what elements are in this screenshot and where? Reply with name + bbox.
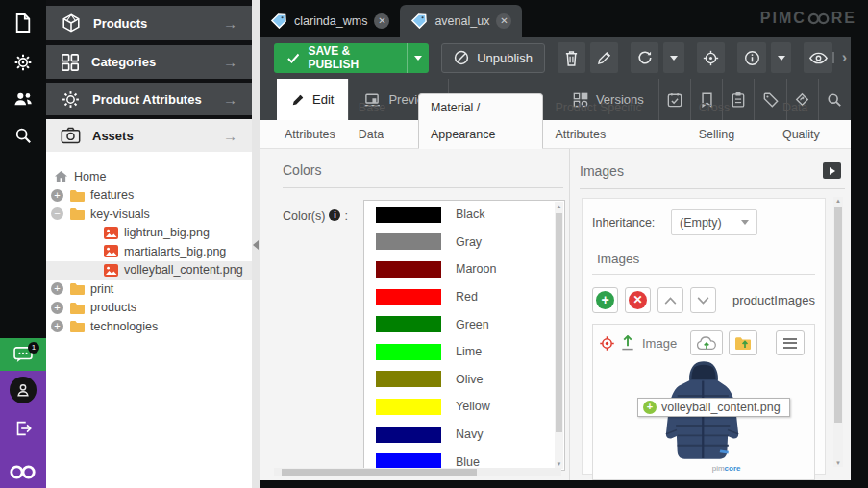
toolbar-overflow[interactable]: › xyxy=(832,49,847,66)
cube-icon xyxy=(61,12,82,34)
image-drop-area[interactable]: + volleyball_content.png pimcore xyxy=(599,355,808,475)
tab-edit[interactable]: Edit xyxy=(277,79,349,120)
info-button[interactable] xyxy=(737,42,765,73)
expand-section-button[interactable] xyxy=(823,162,841,179)
delete-button[interactable] xyxy=(558,42,585,73)
remove-image-button[interactable]: ✕ xyxy=(625,287,651,313)
color-option-navy[interactable]: Navy xyxy=(364,421,564,449)
expand-plus-icon[interactable]: + xyxy=(51,320,63,332)
folder-icon xyxy=(69,189,85,202)
notifications-chat-button[interactable]: 1 xyxy=(0,338,46,371)
locate-in-tree-button[interactable] xyxy=(697,42,725,73)
upload-from-cloud-button[interactable] xyxy=(690,330,723,355)
nav-label: Categories xyxy=(91,55,156,69)
select-from-assets-button[interactable] xyxy=(729,330,757,355)
tree-item-print[interactable]: + print xyxy=(46,280,252,299)
color-option-lime[interactable]: Lime xyxy=(364,338,564,366)
tree-item-key-visuals[interactable]: − key-visuals xyxy=(46,205,252,224)
add-image-button[interactable]: + xyxy=(592,287,618,313)
tree-item-volleyball-selected[interactable]: volleyball_content.png xyxy=(46,261,252,281)
tree-item-label: products xyxy=(90,301,136,314)
folder-upload-icon xyxy=(734,336,752,351)
expand-plus-icon[interactable]: + xyxy=(51,189,63,202)
tab-base-data[interactable]: Base Data xyxy=(347,94,418,148)
collapse-minus-icon[interactable]: − xyxy=(51,207,63,220)
tab-product-specific-attributes[interactable]: Product Specific Attributes xyxy=(543,94,686,148)
section-tab-bar: Attributes Base Data Material / Appearan… xyxy=(260,120,851,149)
close-icon[interactable]: ✕ xyxy=(496,13,511,29)
tree-item-lightrun[interactable]: lightrun_big.png xyxy=(46,224,252,243)
move-up-button[interactable] xyxy=(657,287,683,313)
tree-item-features[interactable]: + features xyxy=(46,186,252,206)
users-icon[interactable] xyxy=(0,83,46,115)
close-icon[interactable]: ✕ xyxy=(374,13,389,29)
color-option-yellow[interactable]: Yellow xyxy=(364,393,564,421)
cloud-upload-icon xyxy=(696,336,717,351)
tree-item-technologies[interactable]: + technologies xyxy=(46,317,252,336)
nav-item-products[interactable]: Products → xyxy=(46,6,252,40)
panel-splitter[interactable] xyxy=(252,0,260,488)
gear-outline-icon xyxy=(61,89,81,110)
tree-item-martialarts[interactable]: martialarts_big.png xyxy=(46,242,252,261)
color-option-gray[interactable]: Gray xyxy=(364,229,564,256)
x-icon: ✕ xyxy=(629,291,647,309)
scroll-down-icon[interactable]: ▼ xyxy=(833,460,843,466)
divider xyxy=(592,274,815,275)
save-options-caret[interactable] xyxy=(407,43,429,73)
reload-button[interactable] xyxy=(631,42,658,73)
scroll-up-icon[interactable]: ▲ xyxy=(555,204,563,209)
pimcore-infinity-icon[interactable] xyxy=(9,464,37,480)
tab-clarinda-wms[interactable]: clarinda_wms ✕ xyxy=(260,5,400,37)
move-down-button[interactable] xyxy=(690,287,716,313)
rename-button[interactable] xyxy=(590,42,618,73)
color-swatch xyxy=(376,371,441,387)
hotspot-crosshair-icon[interactable] xyxy=(599,335,615,352)
search-icon[interactable] xyxy=(0,119,46,152)
info-options-caret[interactable] xyxy=(771,42,792,73)
expand-plus-icon[interactable]: + xyxy=(51,302,63,314)
color-option-red[interactable]: Red xyxy=(364,283,564,311)
documents-icon[interactable] xyxy=(0,6,46,40)
tab-cross-selling[interactable]: Cross Selling xyxy=(687,94,771,148)
unpublish-button[interactable]: Unpublish xyxy=(441,43,545,73)
arrow-right-icon: → xyxy=(223,15,237,32)
color-multiselect-list[interactable]: Black Gray Maroon Red Green Lime Olive Y… xyxy=(363,200,565,471)
collapse-panel-icon[interactable] xyxy=(253,240,259,250)
settings-gear-icon[interactable] xyxy=(0,45,46,79)
upload-arrow-icon[interactable] xyxy=(621,335,634,351)
nav-label: Product Attributes xyxy=(92,92,202,107)
user-avatar[interactable] xyxy=(10,377,37,403)
color-option-maroon[interactable]: Maroon xyxy=(364,256,564,283)
scroll-up-icon[interactable]: ▲ xyxy=(833,198,843,204)
nav-item-assets[interactable]: Assets → xyxy=(46,119,252,152)
reload-options-caret[interactable] xyxy=(663,42,684,73)
expand-plus-icon[interactable]: + xyxy=(51,282,63,295)
scrollbar-thumb[interactable] xyxy=(556,213,562,432)
scroll-down-icon[interactable]: ▼ xyxy=(555,461,563,467)
logout-icon[interactable] xyxy=(13,419,33,438)
scrollbar-thumb[interactable] xyxy=(834,207,842,423)
tab-data-quality[interactable]: Data Quality xyxy=(771,94,851,148)
vertical-scrollbar[interactable]: ▲ ▼ xyxy=(555,202,563,469)
tab-avenal-ux[interactable]: avenal_ux ✕ xyxy=(400,5,522,37)
vertical-scrollbar[interactable]: ▲ ▼ xyxy=(833,197,843,467)
tree-item-label: lightrun_big.png xyxy=(124,226,210,239)
color-option-green[interactable]: Green xyxy=(364,310,564,338)
nav-item-product-attributes[interactable]: Product Attributes → xyxy=(46,83,252,115)
tree-item-products[interactable]: + products xyxy=(46,299,252,318)
pencil-icon xyxy=(597,51,611,65)
nav-item-categories[interactable]: Categories → xyxy=(46,45,252,79)
folder-icon xyxy=(69,302,85,314)
horizontal-scrollbar[interactable] xyxy=(274,468,561,476)
color-option-black[interactable]: Black xyxy=(364,201,564,229)
tree-item-home[interactable]: Home xyxy=(46,167,252,186)
open-preview-button[interactable] xyxy=(804,42,831,73)
save-and-publish-button[interactable]: SAVE & PUBLISH xyxy=(274,43,429,73)
color-option-olive[interactable]: Olive xyxy=(364,366,564,394)
tree-item-label: technologies xyxy=(90,320,158,333)
widget-menu-button[interactable] xyxy=(776,330,805,355)
tab-material-appearance[interactable]: Material / Appearance xyxy=(418,93,543,149)
tab-attributes[interactable]: Attributes xyxy=(273,121,347,148)
scrollbar-thumb[interactable] xyxy=(282,469,477,476)
inheritance-dropdown[interactable]: (Empty) xyxy=(671,209,757,235)
